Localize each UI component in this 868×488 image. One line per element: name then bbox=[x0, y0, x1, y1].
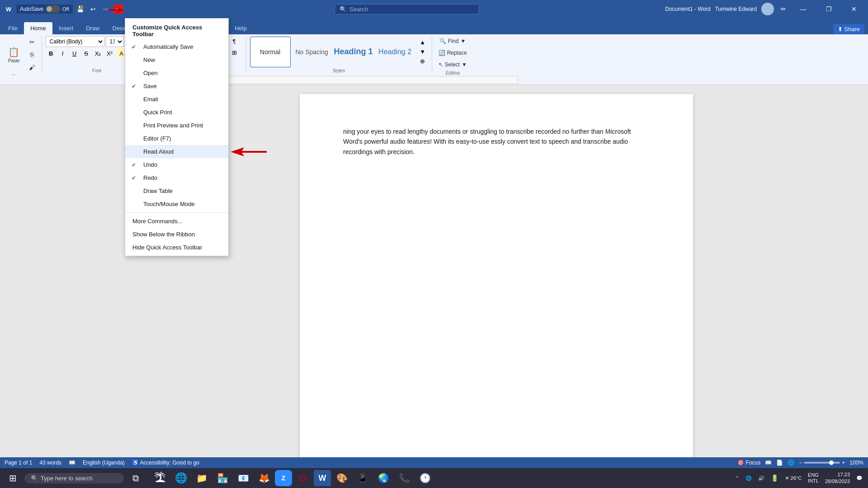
autosave-toggle[interactable]: AutoSave Off bbox=[16, 5, 73, 14]
find-button[interactable]: 🔍 Find ▼ bbox=[437, 36, 468, 46]
zoom-slider-thumb bbox=[829, 460, 834, 465]
zoom-minus[interactable]: − bbox=[799, 460, 802, 466]
font-family-select[interactable]: Calibri (Body) bbox=[46, 36, 104, 47]
read-mode-icon[interactable]: 📖 bbox=[765, 460, 772, 466]
menu-item-save[interactable]: Save bbox=[125, 80, 228, 93]
zoom-plus[interactable]: + bbox=[842, 460, 845, 466]
focus-button[interactable]: 🎯 Focus bbox=[737, 460, 760, 466]
taskbar-battery-icon[interactable]: 🔋 bbox=[768, 474, 781, 483]
style-heading1[interactable]: Heading 1 bbox=[333, 37, 374, 67]
replace-button[interactable]: 🔄 Replace bbox=[436, 48, 470, 58]
strikethrough-button[interactable]: S bbox=[81, 48, 92, 58]
copy-button[interactable]: ⎘ bbox=[26, 49, 38, 61]
menu-item-email[interactable]: Email bbox=[125, 93, 228, 106]
paste-button[interactable]: 📋 Paste bbox=[4, 45, 24, 65]
taskbar-app-chrome[interactable]: 🌏 bbox=[373, 468, 393, 488]
word-icon: W bbox=[4, 4, 14, 14]
menu-item-editor[interactable]: Editor (F7) bbox=[125, 132, 228, 145]
tab-insert[interactable]: Insert bbox=[52, 22, 80, 34]
taskbar-app-mail[interactable]: 📧 bbox=[233, 468, 253, 488]
notification-button[interactable]: 💬 bbox=[854, 474, 865, 482]
style-normal[interactable]: Normal bbox=[250, 37, 291, 67]
web-layout-icon[interactable]: 🌐 bbox=[788, 460, 794, 466]
tab-file[interactable]: File bbox=[2, 22, 24, 34]
maximize-button[interactable]: ❐ bbox=[818, 0, 839, 18]
menu-item-more-commands[interactable]: More Commands... bbox=[125, 215, 228, 228]
share-button[interactable]: ⬆ Share bbox=[833, 24, 864, 34]
replace-icon: 🔄 bbox=[439, 50, 445, 56]
menu-item-print-preview[interactable]: Print Preview and Print bbox=[125, 119, 228, 132]
taskbar-app-phone[interactable]: 📞 bbox=[394, 468, 414, 488]
minimize-button[interactable]: — bbox=[793, 0, 814, 18]
taskbar-app-firefox[interactable]: 🦊 bbox=[254, 468, 274, 488]
format-painter-button[interactable]: 🖌 bbox=[26, 61, 38, 73]
taskbar-app-edge[interactable]: 🌐 bbox=[171, 468, 191, 488]
close-button[interactable]: ✕ bbox=[844, 0, 864, 18]
zoom-slider-track[interactable] bbox=[804, 462, 840, 464]
styles-label: Styles bbox=[250, 67, 428, 73]
styles-scroll-down[interactable]: ▼ bbox=[417, 47, 428, 56]
search-box[interactable]: 🔍 Search bbox=[335, 4, 479, 14]
menu-item-draw-table[interactable]: Draw Table bbox=[125, 184, 228, 197]
taskbar-chevron[interactable]: ⌃ bbox=[732, 474, 742, 482]
taskbar-app-paint[interactable]: 🎨 bbox=[332, 468, 352, 488]
menu-item-show-below[interactable]: Show Below the Ribbon bbox=[125, 228, 228, 241]
menu-item-new[interactable]: New bbox=[125, 53, 228, 66]
italic-button[interactable]: I bbox=[57, 48, 68, 58]
select-button[interactable]: ↖ Select ▼ bbox=[436, 60, 470, 70]
style-heading2[interactable]: Heading 2 bbox=[375, 37, 415, 67]
document-content[interactable]: ning your eyes to read lengthy documents… bbox=[343, 127, 650, 157]
styles-expand[interactable]: ⊕ bbox=[417, 56, 428, 66]
menu-item-autosave[interactable]: Automatically Save bbox=[125, 40, 228, 53]
menu-item-quick-print[interactable]: Quick Print bbox=[125, 106, 228, 119]
bold-button[interactable]: B bbox=[46, 48, 57, 58]
taskbar-locale[interactable]: ENG INTL bbox=[805, 471, 821, 485]
show-formatting-button[interactable]: ¶ bbox=[229, 36, 240, 46]
taskbar-app-microsoft-store[interactable]: 🏪 bbox=[212, 468, 232, 488]
menu-item-undo[interactable]: Undo bbox=[125, 158, 228, 171]
taskbar-app-files[interactable]: 📁 bbox=[192, 468, 212, 488]
toggle-track bbox=[46, 5, 60, 13]
taskbar-volume-icon[interactable]: 🔊 bbox=[755, 474, 767, 482]
taskbar-app-zoom[interactable]: Z bbox=[275, 470, 292, 486]
style-no-spacing[interactable]: No Spacing bbox=[292, 37, 332, 67]
document-page[interactable]: ning your eyes to read lengthy documents… bbox=[300, 94, 693, 466]
menu-item-redo[interactable]: Redo bbox=[125, 171, 228, 184]
tab-home[interactable]: Home bbox=[24, 22, 52, 34]
pen-icon[interactable]: ✏ bbox=[778, 4, 788, 14]
taskview-button[interactable]: ⧉ bbox=[126, 468, 146, 488]
menu-item-read-aloud[interactable]: Read Aloud bbox=[125, 145, 228, 158]
paste-label: Paste bbox=[8, 58, 20, 63]
taskbar-apps: 🏝 🌐 📁 🏪 📧 🦊 Z O W 🎨 📱 🌏 📞 🕐 bbox=[150, 468, 435, 488]
borders-button[interactable]: ⊞ bbox=[229, 47, 240, 57]
menu-item-touch-mode[interactable]: Touch/Mouse Mode bbox=[125, 197, 228, 211]
menu-item-hide-toolbar[interactable]: Hide Quick Access Toolbar bbox=[125, 241, 228, 254]
save-icon[interactable]: 💾 bbox=[75, 4, 85, 14]
style-h1-label: Heading 1 bbox=[334, 47, 373, 56]
print-layout-icon[interactable]: 📄 bbox=[776, 460, 783, 466]
subscript-button[interactable]: X₂ bbox=[93, 48, 104, 58]
tab-draw[interactable]: Draw bbox=[80, 22, 106, 34]
avatar[interactable] bbox=[761, 3, 774, 15]
taskbar-search[interactable]: 🔍 Type here to search bbox=[24, 473, 124, 483]
cut-button[interactable]: ✂ bbox=[26, 36, 38, 48]
taskbar-clock[interactable]: 17:23 28/08/2023 bbox=[822, 470, 853, 486]
styles-scroll-up[interactable]: ▲ bbox=[417, 38, 428, 47]
tab-help[interactable]: Help bbox=[228, 22, 253, 34]
taskbar-app-clock[interactable]: 🕐 bbox=[415, 468, 435, 488]
taskbar-weather[interactable]: ☀ 26°C bbox=[782, 474, 805, 482]
zoom-control[interactable]: − + bbox=[799, 460, 845, 466]
start-button[interactable]: ⊞ bbox=[3, 468, 23, 488]
taskbar-app-wallpaper[interactable]: 🏝 bbox=[150, 468, 170, 488]
font-size-select[interactable]: 11 bbox=[106, 36, 124, 47]
styles-scroll: ▲ ▼ ⊕ bbox=[417, 38, 428, 66]
taskbar-app-whatsapp[interactable]: 📱 bbox=[353, 468, 373, 488]
superscript-button[interactable]: X² bbox=[104, 48, 115, 58]
svg-marker-1 bbox=[231, 147, 267, 156]
taskbar-network-icon[interactable]: 🌐 bbox=[743, 474, 755, 482]
underline-button[interactable]: U bbox=[69, 48, 80, 58]
menu-item-open[interactable]: Open bbox=[125, 66, 228, 80]
undo-icon[interactable]: ↩ bbox=[88, 4, 98, 14]
taskbar-app-word[interactable]: W bbox=[314, 470, 331, 486]
taskbar-app-opera[interactable]: O bbox=[293, 468, 313, 488]
